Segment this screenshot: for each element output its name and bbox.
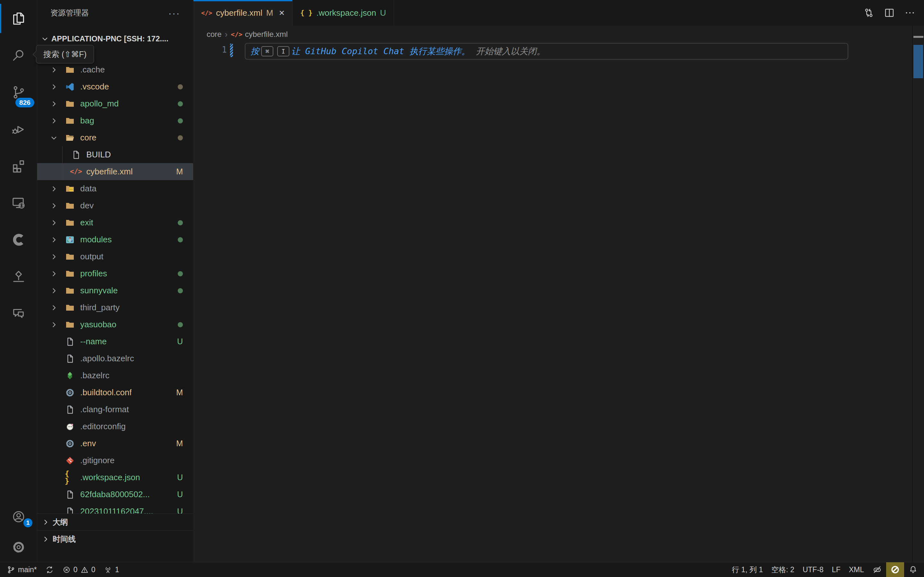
- activity-item-c-logo[interactable]: [0, 221, 37, 258]
- tab-.workspace.json[interactable]: { }.workspace.jsonU: [292, 0, 394, 26]
- status-extension-alert[interactable]: [886, 562, 904, 577]
- activity-item-explorer[interactable]: [0, 0, 37, 37]
- circleSlash-icon: [890, 565, 900, 574]
- activity-item-extensions[interactable]: [0, 147, 37, 184]
- tree-item-bag[interactable]: bag: [37, 112, 193, 129]
- branch-icon: [7, 566, 15, 574]
- bazel-icon: [65, 371, 75, 381]
- chevron-right-icon: [49, 184, 59, 194]
- status-language-mode[interactable]: XML: [845, 562, 868, 577]
- chevron-placeholder: [49, 388, 59, 398]
- tree-item-.clang-format[interactable]: .clang-format: [37, 401, 193, 418]
- error-icon: [62, 566, 71, 574]
- gear-icon: [65, 438, 75, 449]
- tree-item-.gitignore[interactable]: .gitignore: [37, 452, 193, 469]
- tree-item-dev[interactable]: dev: [37, 197, 193, 214]
- git-status-badge: M: [176, 167, 183, 176]
- split-editor-icon[interactable]: [884, 7, 895, 19]
- folder-icon: [65, 99, 75, 109]
- tree-item-output[interactable]: output: [37, 248, 193, 265]
- file-name: dev: [80, 201, 94, 211]
- status-encoding[interactable]: UTF-8: [798, 562, 828, 577]
- tree-item-.buildtool.conf[interactable]: .buildtool.confM: [37, 384, 193, 401]
- activity-item-search[interactable]: [0, 37, 37, 74]
- activity-item-comments[interactable]: [0, 295, 37, 332]
- activity-item-settings[interactable]: [0, 532, 37, 562]
- outline-section-header[interactable]: 大纲: [37, 514, 193, 530]
- status-sync[interactable]: [41, 562, 58, 577]
- git-status-dot: [178, 237, 183, 242]
- minimap-slider[interactable]: [913, 45, 923, 78]
- breadcrumb-file[interactable]: cyberfile.xml: [245, 30, 288, 39]
- tree-item-.cache[interactable]: .cache: [37, 61, 193, 78]
- tree-item-sunnyvale[interactable]: sunnyvale: [37, 282, 193, 299]
- tree-item-.editorconfig[interactable]: .editorconfig: [37, 418, 193, 435]
- chevron-right-icon: [49, 218, 59, 228]
- status-notifications[interactable]: [904, 562, 922, 577]
- editor-content[interactable]: 1 按 ⌘ I 让 GitHub Copilot Chat 执行某些操作。 开始…: [194, 43, 924, 562]
- folderOpen-icon: [65, 133, 75, 143]
- file-name: 62fdaba8000502...: [80, 490, 150, 500]
- status-cursor-position[interactable]: 行 1, 列 1: [728, 562, 767, 577]
- tab-cyberfile.xml[interactable]: </>cyberfile.xmlM×: [194, 0, 292, 26]
- minimap-content-line: [913, 36, 923, 38]
- breadcrumb[interactable]: core › </> cyberfile.xml: [194, 26, 924, 43]
- tree-item-apollo_md[interactable]: apollo_md: [37, 95, 193, 112]
- status-copilot-disabled[interactable]: [868, 562, 886, 577]
- chevron-placeholder: [49, 337, 59, 347]
- activity-item-remote-explorer[interactable]: [0, 184, 37, 221]
- search-tooltip: 搜索 (⇧⌘F): [36, 45, 94, 63]
- tree-item-.env[interactable]: .envM: [37, 435, 193, 452]
- breadcrumb-folder[interactable]: core: [207, 30, 222, 39]
- chevron-placeholder: [55, 150, 65, 160]
- activity-bar: 826 1: [0, 0, 37, 562]
- tree-item-.workspace.json[interactable]: { }.workspace.jsonU: [37, 469, 193, 486]
- tree-item-62fdaba8000502...[interactable]: 62fdaba8000502...U: [37, 486, 193, 503]
- activity-item-account[interactable]: 1: [0, 501, 37, 532]
- tree-item-exit[interactable]: exit: [37, 214, 193, 231]
- close-icon[interactable]: ×: [279, 8, 284, 18]
- chevron-placeholder: [55, 167, 65, 177]
- activity-item-run-debug[interactable]: [0, 111, 37, 147]
- explorer-sidebar: 资源管理器 ··· APPLICATION-PNC [SSH: 172.... …: [37, 0, 193, 562]
- tree-item-profiles[interactable]: profiles: [37, 265, 193, 282]
- status-problems[interactable]: 00: [58, 562, 100, 577]
- tree-item-.vscode[interactable]: .vscode: [37, 78, 193, 95]
- more-actions-icon[interactable]: [904, 7, 916, 19]
- tree-item---name[interactable]: --nameU: [37, 333, 193, 350]
- tree-item-data[interactable]: data: [37, 180, 193, 197]
- tree-item-.apollo.bazelrc[interactable]: .apollo.bazelrc: [37, 350, 193, 367]
- file-icon: [71, 150, 81, 160]
- editor-actions: [863, 0, 924, 26]
- activity-item-source-control[interactable]: 826: [0, 74, 37, 111]
- tree-item-third_party[interactable]: third_party: [37, 299, 193, 316]
- chevron-placeholder: [49, 354, 59, 364]
- search-icon: [11, 48, 26, 63]
- open-changes-icon[interactable]: [863, 7, 875, 19]
- sidebar-more-actions-button[interactable]: ···: [168, 8, 180, 19]
- tree-item-BUILD[interactable]: BUILD: [37, 146, 193, 163]
- chevron-right-icon: [49, 285, 59, 296]
- chevron-right-icon: [49, 201, 59, 211]
- chevron-placeholder: [49, 405, 59, 415]
- status-indentation[interactable]: 空格: 2: [767, 562, 798, 577]
- status-branch[interactable]: main*: [3, 562, 41, 577]
- tree-item-modules[interactable]: modules: [37, 231, 193, 248]
- activity-item-flowchart[interactable]: [0, 258, 37, 295]
- tree-item-.bazelrc[interactable]: .bazelrc: [37, 367, 193, 384]
- chevron-down-icon: [49, 133, 59, 143]
- tree-item-yasuobao[interactable]: yasuobao: [37, 316, 193, 333]
- tree-item-core[interactable]: core: [37, 129, 193, 146]
- source-control-icon: [11, 85, 26, 100]
- status-eol[interactable]: LF: [828, 562, 845, 577]
- tree-item-cyberfile.xml[interactable]: </>cyberfile.xmlM: [37, 163, 193, 180]
- timeline-section-header[interactable]: 时间线: [37, 530, 193, 548]
- vscode-window: { "activity_bar": { "items": [ {"id":"ex…: [0, 0, 924, 577]
- status-ports[interactable]: 1: [99, 562, 123, 577]
- gear-icon: [65, 388, 75, 398]
- xml-file-icon: </>: [231, 31, 242, 37]
- editor-group: </>cyberfile.xmlM×{ }.workspace.jsonU co…: [194, 0, 924, 562]
- file-icon: [65, 354, 75, 364]
- file-name: .vscode: [80, 82, 109, 92]
- folder-icon: [65, 218, 75, 228]
